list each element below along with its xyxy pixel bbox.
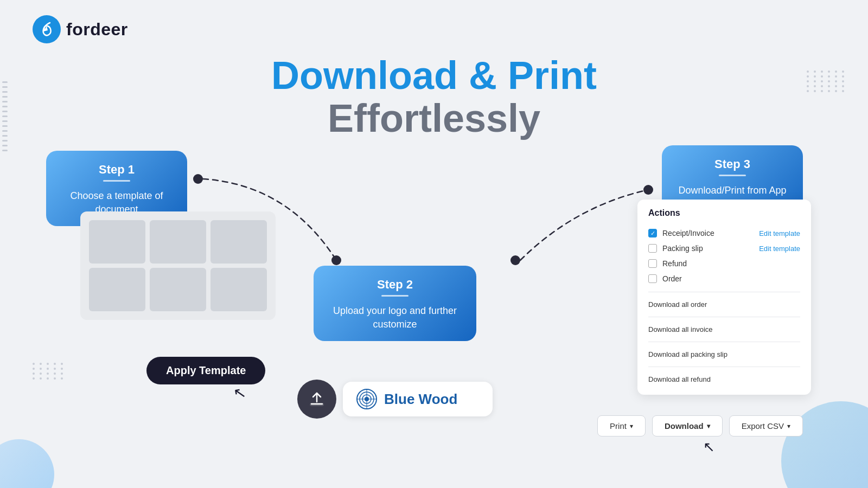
checkbox-packing[interactable]: [648, 244, 657, 253]
upload-icon-circle[interactable]: [297, 380, 336, 419]
edit-template-receipt[interactable]: Edit template: [759, 229, 800, 237]
template-cell[interactable]: [89, 220, 145, 264]
dots-decoration-bl: [33, 363, 65, 380]
action-row-order: Order: [648, 271, 800, 286]
svg-rect-5: [310, 403, 324, 406]
svg-point-3: [510, 255, 520, 265]
step3-underline: [719, 175, 746, 176]
header: fordeer: [33, 15, 128, 43]
template-grid-panel: [80, 211, 276, 320]
brand-name: fordeer: [66, 20, 128, 40]
export-csv-label: Export CSV: [742, 421, 784, 431]
export-csv-button[interactable]: Export CSV ▾: [729, 415, 803, 436]
checkbox-receipt[interactable]: ✓: [648, 229, 657, 237]
step2-title: Step 2: [327, 278, 463, 292]
print-button[interactable]: Print ▾: [597, 415, 646, 436]
action-left-order: Order: [648, 274, 682, 283]
svg-point-2: [331, 255, 341, 265]
template-cell[interactable]: [210, 268, 267, 311]
brand-logo-pill: Blue Wood: [343, 382, 493, 416]
action-label-refund: Refund: [662, 259, 687, 268]
step2-underline: [381, 295, 409, 297]
svg-point-4: [643, 185, 653, 195]
action-label-packing: Packing slip: [662, 244, 703, 253]
template-cell[interactable]: [89, 268, 145, 311]
download-label: Download: [665, 421, 704, 431]
download-all-order[interactable]: Download all order: [648, 298, 800, 311]
svg-point-1: [193, 174, 203, 184]
apply-template-button[interactable]: Apply Template: [146, 357, 265, 384]
bluewood-logo-icon: [356, 388, 378, 410]
divider1: [648, 292, 800, 292]
download-button[interactable]: Download ▾: [652, 415, 723, 436]
checkbox-order[interactable]: [648, 274, 657, 283]
divider2: [648, 317, 800, 317]
action-left-refund: Refund: [648, 259, 687, 268]
actions-title: Actions: [648, 208, 800, 218]
actions-panel: Actions ✓ Receipt/Invoice Edit template …: [637, 200, 811, 395]
brand-logo-name: Blue Wood: [384, 391, 457, 408]
download-all-invoice[interactable]: Download all invoice: [648, 323, 800, 336]
hero-line1: Download & Print: [0, 54, 868, 97]
template-cell[interactable]: [210, 220, 267, 264]
template-cell[interactable]: [150, 268, 206, 311]
download-all-refund[interactable]: Download all refund: [648, 373, 800, 386]
template-cell[interactable]: [150, 220, 206, 264]
action-label-receipt: Receipt/Invoice: [662, 229, 714, 237]
divider4: [648, 367, 800, 367]
action-row-refund: Refund: [648, 256, 800, 271]
step2-bottom-row: Blue Wood: [297, 380, 493, 419]
template-grid: [89, 220, 267, 311]
step2-description: Upload your logo and further customize: [327, 304, 463, 331]
action-left-receipt: ✓ Receipt/Invoice: [648, 229, 714, 237]
action-row-packing: Packing slip Edit template: [648, 241, 800, 256]
download-all-packing-slip[interactable]: Download all packing slip: [648, 348, 800, 361]
hero-section: Download & Print Effortlessly: [0, 54, 868, 140]
step2-card: Step 2 Upload your logo and further cust…: [314, 266, 476, 341]
action-row-receipt: ✓ Receipt/Invoice Edit template: [648, 226, 800, 241]
step1-underline: [103, 180, 130, 182]
deco-circle-bottom-right: [781, 401, 868, 488]
step3-title: Step 3: [675, 157, 790, 171]
action-label-order: Order: [662, 274, 682, 283]
edit-template-packing[interactable]: Edit template: [759, 245, 800, 253]
print-label: Print: [610, 421, 627, 431]
cursor-icon: ↖: [232, 383, 247, 402]
export-chevron-icon: ▾: [787, 422, 790, 430]
bottom-buttons-group: Print ▾ Download ▾ Export CSV ▾: [597, 415, 803, 436]
upload-icon: [308, 390, 326, 408]
hero-line2: Effortlessly: [0, 97, 868, 140]
deco-circle-bottom-left: [0, 439, 54, 488]
divider3: [648, 342, 800, 342]
cursor-download-icon: ↖: [703, 439, 715, 455]
action-left-packing: Packing slip: [648, 244, 703, 253]
fordeer-logo-icon: [33, 15, 61, 43]
checkbox-refund[interactable]: [648, 259, 657, 268]
print-chevron-icon: ▾: [630, 422, 633, 430]
step1-title: Step 1: [59, 163, 174, 177]
download-chevron-icon: ▾: [707, 422, 710, 430]
